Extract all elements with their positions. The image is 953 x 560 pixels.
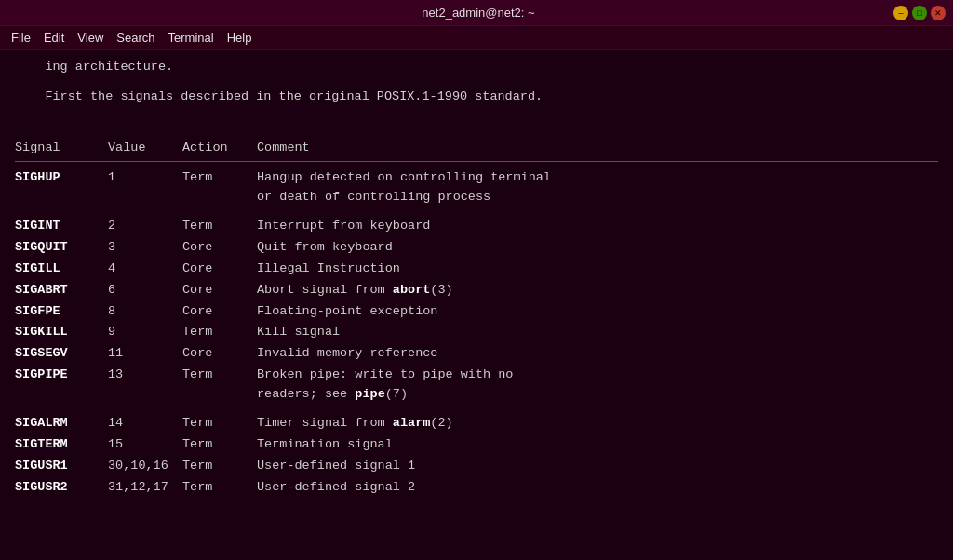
table-row: SIGUSR2 31,12,17 Term User-defined signa… <box>15 477 938 499</box>
menu-bar: File Edit View Search Terminal Help <box>0 26 953 50</box>
signal-action: Core <box>182 302 257 322</box>
terminal-content: ing architecture. First the signals desc… <box>0 50 953 560</box>
signal-action: Term <box>182 168 257 207</box>
menu-search[interactable]: Search <box>111 29 160 47</box>
table-row: SIGALRM 14 Term Timer signal from alarm(… <box>15 413 938 434</box>
title-bar: net2_admin@net2: ~ – □ ✕ <box>0 0 953 26</box>
table-row: SIGPIPE 13 Term Broken pipe: write to pi… <box>15 365 938 406</box>
signal-value: 13 <box>108 366 182 405</box>
signal-value: 30,10,16 <box>108 457 182 476</box>
signal-action: Term <box>182 366 257 405</box>
table-row: SIGTERM 15 Term Termination signal <box>15 434 938 456</box>
signal-comment: Broken pipe: write to pipe with no reade… <box>257 366 938 405</box>
signal-name: SIGPIPE <box>15 366 108 405</box>
window-controls: – □ ✕ <box>893 6 946 20</box>
table-header: Signal Value Action Comment <box>15 137 938 159</box>
maximize-button[interactable]: □ <box>912 6 927 20</box>
col-action: Action <box>182 139 257 157</box>
signal-name: SIGALRM <box>15 414 108 433</box>
signal-action: Term <box>182 323 257 342</box>
table-row: SIGFPE 8 Core Floating-point exception <box>15 301 938 323</box>
signal-name: SIGKILL <box>15 323 108 342</box>
menu-view[interactable]: View <box>72 29 109 47</box>
signal-comment: Kill signal <box>257 323 938 342</box>
terminal-window: net2_admin@net2: ~ – □ ✕ File Edit View … <box>0 0 953 560</box>
signal-comment: Floating-point exception <box>257 302 938 322</box>
close-button[interactable]: ✕ <box>931 6 946 20</box>
signal-action: Term <box>182 217 257 236</box>
signal-value: 15 <box>108 435 182 455</box>
table-row: SIGQUIT 3 Core Quit from keyboard <box>15 237 938 259</box>
signal-name: SIGQUIT <box>15 238 108 258</box>
col-comment: Comment <box>257 139 938 157</box>
signal-value: 9 <box>108 323 182 342</box>
table-row: SIGINT 2 Term Interrupt from keyboard <box>15 216 938 237</box>
signal-action: Term <box>182 478 257 498</box>
signal-name: SIGABRT <box>15 281 108 300</box>
signal-action: Core <box>182 281 257 300</box>
table-row: SIGHUP 1 Term Hangup detected on control… <box>15 167 938 208</box>
signal-name: SIGILL <box>15 260 108 279</box>
menu-terminal[interactable]: Terminal <box>163 29 220 47</box>
minimize-button[interactable]: – <box>893 6 908 20</box>
signal-comment: Timer signal from alarm(2) <box>257 414 938 433</box>
menu-file[interactable]: File <box>6 29 36 47</box>
signal-value: 3 <box>108 238 182 258</box>
signal-comment: Illegal Instruction <box>257 260 938 279</box>
signal-name: SIGTERM <box>15 435 108 455</box>
signal-name: SIGINT <box>15 217 108 236</box>
signal-name: SIGHUP <box>15 168 108 207</box>
signal-comment: Interrupt from keyboard <box>257 217 938 236</box>
signal-action: Term <box>182 414 257 433</box>
table-row: SIGABRT 6 Core Abort signal from abort(3… <box>15 280 938 301</box>
signal-value: 14 <box>108 414 182 433</box>
intro-line1: ing architecture. <box>15 58 938 76</box>
menu-edit[interactable]: Edit <box>38 29 70 47</box>
signal-comment: Abort signal from abort(3) <box>257 281 938 300</box>
signal-comment: Termination signal <box>257 435 938 455</box>
table-row: SIGKILL 9 Term Kill signal <box>15 322 938 343</box>
signal-action: Core <box>182 344 257 364</box>
signal-action: Core <box>182 238 257 258</box>
signal-value: 4 <box>108 260 182 279</box>
signal-name: SIGUSR2 <box>15 478 108 498</box>
table-row: SIGSEGV 11 Core Invalid memory reference <box>15 343 938 365</box>
col-value: Value <box>108 139 182 157</box>
signal-comment: Hangup detected on controlling terminal … <box>257 168 938 207</box>
table-divider <box>15 161 938 162</box>
signal-name: SIGUSR1 <box>15 457 108 476</box>
col-signal: Signal <box>15 139 108 157</box>
signal-value: 11 <box>108 344 182 364</box>
signal-action: Core <box>182 260 257 279</box>
signal-value: 1 <box>108 168 182 207</box>
signal-comment: User-defined signal 1 <box>257 457 938 476</box>
signal-value: 6 <box>108 281 182 300</box>
window-title: net2_admin@net2: ~ <box>63 6 893 20</box>
signal-value: 2 <box>108 217 182 236</box>
table-row: SIGILL 4 Core Illegal Instruction <box>15 259 938 280</box>
table-row: SIGUSR1 30,10,16 Term User-defined signa… <box>15 456 938 477</box>
signal-comment: Invalid memory reference <box>257 344 938 364</box>
signal-action: Term <box>182 435 257 455</box>
signal-action: Term <box>182 457 257 476</box>
signal-name: SIGSEGV <box>15 344 108 364</box>
intro-line2: First the signals described in the origi… <box>15 87 938 106</box>
signal-comment: User-defined signal 2 <box>257 478 938 498</box>
signal-comment: Quit from keyboard <box>257 238 938 258</box>
menu-help[interactable]: Help <box>221 29 258 47</box>
signal-name: SIGFPE <box>15 302 108 322</box>
signal-value: 8 <box>108 302 182 322</box>
signal-value: 31,12,17 <box>108 478 182 498</box>
